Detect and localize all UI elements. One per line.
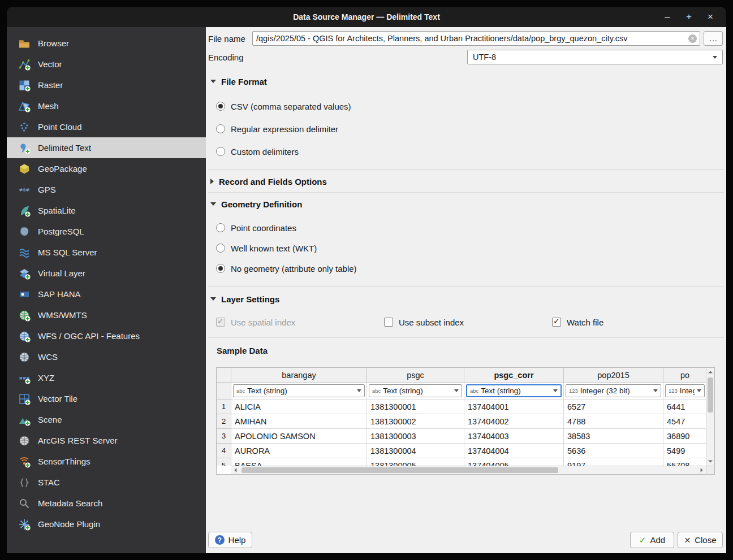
table-cell[interactable]: 6441: [663, 400, 706, 414]
table-cell[interactable]: 4788: [564, 414, 663, 429]
radio-unchecked-icon[interactable]: [216, 244, 225, 253]
column-header-psgc_corr[interactable]: psgc_corr: [464, 368, 564, 383]
vertical-scrollbar-thumb[interactable]: [708, 377, 713, 413]
field-type-combo-psgc_corr[interactable]: abcText (string): [466, 384, 562, 397]
section-header-record-fields[interactable]: Record and Fields Options: [210, 176, 327, 187]
sidebar-item-browser[interactable]: Browser: [7, 33, 206, 54]
table-cell[interactable]: 1381300002: [367, 414, 464, 429]
vertical-scrollbar[interactable]: [706, 368, 714, 466]
sidebar-item-gps[interactable]: GPS: [7, 179, 206, 200]
help-button[interactable]: ? Help: [208, 532, 252, 548]
column-header-barangay[interactable]: barangay: [231, 368, 367, 383]
sidebar-item-mesh[interactable]: Mesh: [7, 95, 206, 116]
scroll-down-icon[interactable]: [706, 458, 714, 466]
field-type-combo-po[interactable]: 123Intege: [665, 384, 705, 397]
table-cell[interactable]: AURORA: [231, 444, 367, 458]
table-cell[interactable]: 38583: [564, 429, 663, 444]
table-cell[interactable]: 5499: [663, 444, 706, 458]
sidebar-item-vector-tile[interactable]: Vector Tile: [7, 388, 206, 409]
table-cell[interactable]: 55708: [663, 458, 706, 466]
layer-setting-2[interactable]: Watch file: [552, 315, 603, 329]
section-header-geometry[interactable]: Geometry Definition: [210, 198, 302, 210]
table-cell[interactable]: 137404003: [464, 429, 564, 444]
table-cell[interactable]: 137404004: [464, 444, 564, 458]
table-cell[interactable]: 137404005: [464, 458, 564, 466]
table-cell[interactable]: AMIHAN: [231, 414, 367, 429]
sidebar-item-stac[interactable]: STAC: [7, 472, 206, 493]
sidebar-item-postgresql[interactable]: PostgreSQL: [7, 221, 206, 242]
table-cell[interactable]: APOLONIO SAMSON: [231, 429, 367, 444]
horizontal-scrollbar-thumb[interactable]: [242, 467, 558, 473]
column-header-pop2015[interactable]: pop2015: [564, 368, 663, 383]
section-header-layer-settings[interactable]: Layer Settings: [210, 293, 279, 305]
row-number[interactable]: 2: [217, 414, 231, 429]
radio-unchecked-icon[interactable]: [216, 223, 225, 232]
maximize-icon[interactable]: +: [684, 11, 693, 23]
sidebar-item-virtual-layer[interactable]: Virtual Layer: [7, 263, 206, 284]
sidebar-item-wms-wmts[interactable]: WMS/WMTS: [7, 305, 206, 325]
sidebar-item-ms-sql-server[interactable]: MS SQL Server: [7, 242, 206, 263]
sidebar-item-delimited-text[interactable]: Delimited Text: [7, 137, 206, 158]
row-number[interactable]: 5: [217, 458, 231, 466]
encoding-select[interactable]: UTF-8: [467, 50, 723, 64]
table-cell[interactable]: 137404001: [464, 400, 564, 414]
sidebar-item-raster[interactable]: Raster: [7, 75, 206, 95]
sidebar-item-geopackage[interactable]: GeoPackage: [7, 158, 206, 179]
column-header-po[interactable]: po: [663, 368, 706, 383]
geometry-option-1[interactable]: Well known text (WKT): [216, 241, 357, 255]
row-number[interactable]: 1: [217, 400, 231, 414]
add-button[interactable]: ✓ Add: [630, 532, 674, 548]
sidebar-item-geonode[interactable]: GeoNode Plugin: [7, 514, 206, 535]
row-number[interactable]: 4: [217, 444, 231, 458]
sidebar-item-wfs-ogc[interactable]: WFS / OGC API - Features: [7, 325, 206, 346]
close-button[interactable]: ✕ Close: [678, 532, 723, 548]
table-cell[interactable]: 6527: [564, 400, 663, 414]
horizontal-scrollbar[interactable]: [231, 466, 706, 474]
scroll-left-icon[interactable]: [231, 466, 239, 474]
sidebar-item-wcs[interactable]: WCS: [7, 346, 206, 367]
close-icon[interactable]: ×: [706, 11, 715, 23]
radio-unchecked-icon[interactable]: [216, 124, 225, 133]
checkbox-checked-icon[interactable]: [552, 318, 561, 327]
geometry-option-0[interactable]: Point coordinates: [216, 221, 357, 235]
table-corner-cell[interactable]: [217, 368, 231, 383]
table-cell[interactable]: 4547: [663, 414, 706, 429]
table-cell[interactable]: 1381300004: [367, 444, 464, 458]
checkbox-unchecked-icon[interactable]: [384, 318, 393, 327]
table-cell[interactable]: BAESA: [231, 458, 367, 466]
browse-button[interactable]: …: [704, 31, 723, 46]
sidebar-item-sap-hana[interactable]: SAP HANA: [7, 284, 206, 305]
field-type-combo-barangay[interactable]: abcText (string): [233, 384, 365, 397]
sidebar-item-vector[interactable]: Vector: [7, 54, 206, 75]
file-name-input[interactable]: /qgis/2025/05 - QGIS for Architects, Pla…: [252, 31, 700, 46]
field-type-combo-psgc[interactable]: abcText (string): [369, 384, 462, 397]
radio-unchecked-icon[interactable]: [216, 147, 225, 156]
column-header-psgc[interactable]: psgc: [367, 368, 464, 383]
table-cell[interactable]: 1381300001: [367, 400, 464, 414]
file-format-option-0[interactable]: CSV (comma separated values): [216, 99, 351, 113]
sidebar-item-metadata-search[interactable]: Metadata Search: [7, 493, 206, 514]
row-number[interactable]: 3: [217, 429, 231, 444]
file-format-option-1[interactable]: Regular expression delimiter: [216, 122, 351, 136]
file-format-option-2[interactable]: Custom delimiters: [216, 145, 351, 158]
layer-setting-1[interactable]: Use subset index: [384, 315, 464, 329]
table-cell[interactable]: 1381300005: [367, 458, 464, 466]
clear-icon[interactable]: ✕: [688, 34, 697, 43]
scroll-up-icon[interactable]: [706, 368, 714, 376]
radio-checked-icon[interactable]: [216, 102, 225, 111]
sidebar-item-scene[interactable]: Scene: [7, 409, 206, 430]
field-type-combo-pop2015[interactable]: 123Integer (32 bit): [566, 384, 661, 397]
minimize-icon[interactable]: –: [663, 11, 672, 23]
scroll-right-icon[interactable]: [698, 466, 706, 474]
sidebar-item-arcgis-rest[interactable]: ArcGIS REST Server: [7, 430, 206, 451]
table-cell[interactable]: 9197: [564, 458, 663, 466]
table-cell[interactable]: 5636: [564, 444, 663, 458]
table-cell[interactable]: 36890: [663, 429, 706, 444]
radio-checked-icon[interactable]: [216, 264, 225, 273]
sidebar-item-spatialite[interactable]: SpatiaLite: [7, 200, 206, 221]
sidebar-item-point-cloud[interactable]: Point Cloud: [7, 116, 206, 137]
titlebar[interactable]: Data Source Manager — Delimited Text – +…: [7, 7, 726, 27]
table-cell[interactable]: ALICIA: [231, 400, 367, 414]
checkbox-checked-icon[interactable]: [216, 318, 225, 327]
sidebar-item-xyz[interactable]: XYZ: [7, 367, 206, 388]
